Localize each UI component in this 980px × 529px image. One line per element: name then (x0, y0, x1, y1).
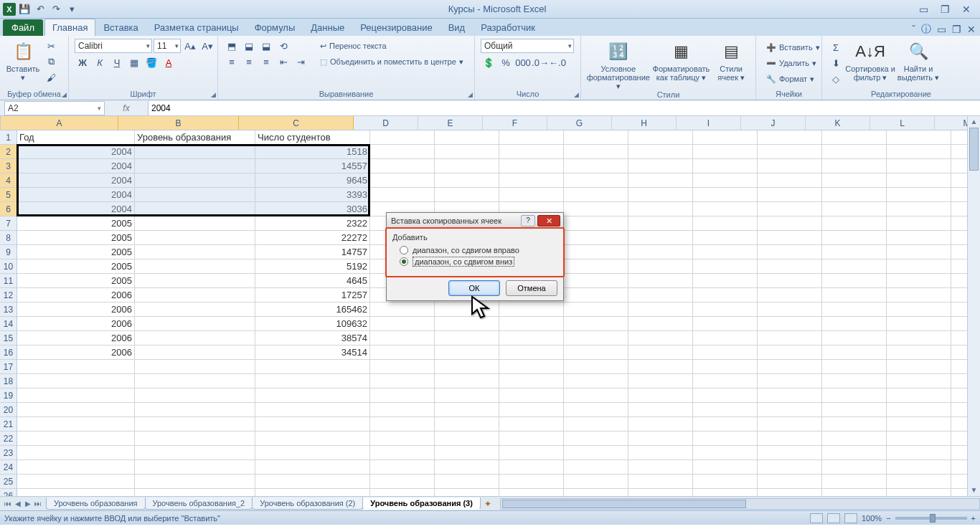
delete-cells-button[interactable]: ➖ Удалить ▾ (762, 56, 824, 70)
cell[interactable]: 2006 (17, 288, 135, 302)
cell[interactable] (135, 173, 255, 188)
ribbon-tab-6[interactable]: Вид (440, 19, 473, 36)
dialog-launcher-icon[interactable]: ◢ (574, 91, 579, 98)
cell[interactable] (887, 345, 951, 360)
minimize-icon[interactable]: ▭ (915, 4, 931, 15)
cell[interactable] (370, 317, 435, 331)
cell[interactable] (628, 302, 693, 317)
cell[interactable] (499, 417, 564, 432)
clear-icon[interactable]: ◇ (828, 72, 844, 86)
ribbon-tab-4[interactable]: Данные (303, 19, 352, 36)
cell[interactable] (758, 302, 822, 317)
indent-inc-icon[interactable]: ⇥ (293, 54, 308, 69)
row-header[interactable]: 22 (0, 432, 17, 446)
cell[interactable] (693, 173, 758, 188)
cell[interactable] (887, 188, 951, 202)
cell[interactable] (887, 216, 951, 231)
currency-icon[interactable]: 💲 (481, 55, 496, 70)
cell[interactable]: 2004 (17, 173, 135, 188)
col-header[interactable]: G (547, 116, 612, 130)
row-header[interactable]: 23 (0, 446, 17, 460)
cell[interactable] (435, 374, 499, 389)
cell[interactable] (887, 475, 951, 489)
row-headers[interactable]: 1234567891011121314151617181920212223242… (0, 130, 17, 496)
help-icon[interactable]: ⓘ (921, 23, 931, 36)
cell[interactable] (887, 331, 951, 345)
cell[interactable] (628, 417, 693, 432)
cell[interactable] (499, 446, 564, 460)
cell[interactable] (887, 173, 951, 188)
cell[interactable]: 3036 (255, 202, 370, 216)
cell[interactable] (499, 460, 564, 475)
dialog-help-icon[interactable]: ? (521, 215, 535, 227)
cell[interactable] (135, 403, 255, 417)
row-header[interactable]: 13 (0, 302, 17, 317)
cell[interactable] (758, 216, 822, 231)
cell[interactable] (628, 159, 693, 173)
fill-color-icon[interactable]: 🪣 (143, 55, 159, 70)
cell[interactable] (370, 130, 435, 145)
cell[interactable] (822, 202, 887, 216)
cell[interactable] (135, 360, 255, 374)
cell[interactable] (693, 259, 758, 274)
font-size-combo[interactable]: 11 (154, 39, 181, 53)
cell[interactable] (758, 432, 822, 446)
cell[interactable] (822, 188, 887, 202)
dialog-launcher-icon[interactable]: ◢ (468, 91, 473, 98)
dec-decimal-icon[interactable]: ←.0 (550, 55, 565, 70)
row-header[interactable]: 24 (0, 460, 17, 475)
cell[interactable] (628, 403, 693, 417)
cell[interactable] (887, 417, 951, 432)
cell[interactable] (564, 288, 628, 302)
cell[interactable] (17, 446, 135, 460)
col-header[interactable]: J (741, 116, 806, 130)
cell[interactable] (17, 460, 135, 475)
ribbon-tab-5[interactable]: Рецензирование (352, 19, 440, 36)
cell[interactable] (435, 475, 499, 489)
cell[interactable] (564, 173, 628, 188)
cell[interactable] (693, 489, 758, 496)
cell[interactable] (370, 403, 435, 417)
col-header[interactable]: E (418, 116, 483, 130)
cell[interactable] (758, 231, 822, 245)
cell[interactable] (758, 489, 822, 496)
scroll-down-icon[interactable]: ▼ (968, 485, 980, 496)
wrap-text-button[interactable]: ↩Перенос текста (316, 39, 468, 53)
cell[interactable] (758, 145, 822, 159)
cell[interactable]: 2005 (17, 216, 135, 231)
cell[interactable] (822, 446, 887, 460)
cell[interactable] (499, 302, 564, 317)
align-center-icon[interactable]: ≡ (241, 54, 257, 69)
cell[interactable] (628, 345, 693, 360)
cell[interactable] (822, 331, 887, 345)
undo-icon[interactable]: ↶ (33, 2, 47, 16)
col-header[interactable]: H (612, 116, 677, 130)
cell[interactable] (822, 489, 887, 496)
cell[interactable] (758, 274, 822, 288)
cell[interactable] (255, 460, 370, 475)
ribbon-tab-3[interactable]: Формулы (247, 19, 303, 36)
cell[interactable] (628, 446, 693, 460)
row-header[interactable]: 11 (0, 274, 17, 288)
cell[interactable] (435, 159, 499, 173)
cell[interactable] (135, 475, 255, 489)
row-header[interactable]: 18 (0, 374, 17, 389)
cell[interactable] (758, 460, 822, 475)
name-box[interactable]: A2 (4, 101, 105, 115)
cell[interactable] (822, 475, 887, 489)
cell[interactable] (255, 417, 370, 432)
cell[interactable] (564, 345, 628, 360)
format-cells-button[interactable]: 🔧 Формат ▾ (762, 72, 824, 86)
underline-icon[interactable]: Ч (109, 55, 125, 70)
cell[interactable] (693, 202, 758, 216)
col-header[interactable]: K (806, 116, 870, 130)
cell[interactable] (135, 202, 255, 216)
cell[interactable] (564, 145, 628, 159)
minimize-ribbon-icon[interactable]: ˇ (912, 24, 915, 35)
ribbon-tab-2[interactable]: Разметка страницы (146, 19, 247, 36)
cell[interactable]: 9645 (255, 173, 370, 188)
cell[interactable] (435, 173, 499, 188)
cell[interactable] (758, 446, 822, 460)
cell[interactable] (693, 374, 758, 389)
cell[interactable]: 109632 (255, 317, 370, 331)
